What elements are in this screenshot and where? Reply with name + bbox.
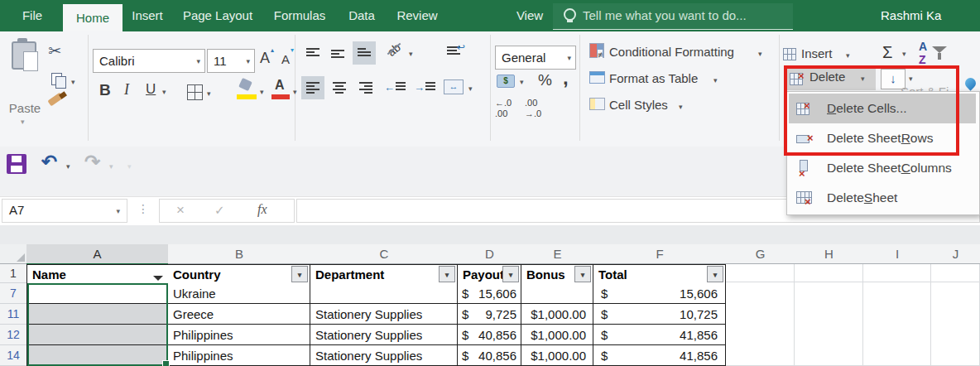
cell-a14-selected[interactable]	[26, 345, 169, 366]
cell-j1[interactable]	[931, 264, 980, 282]
cell-e14[interactable]: $1,000.00	[521, 345, 593, 366]
font-size-caret[interactable]: ▾	[246, 57, 250, 65]
selection-fill-handle[interactable]	[162, 360, 170, 366]
row-header-1[interactable]: 1	[0, 264, 27, 283]
shrink-font-button[interactable]: A	[281, 52, 290, 66]
paste-button[interactable]: Paste	[7, 101, 43, 115]
cell-a12-selected[interactable]	[26, 325, 169, 345]
cell-i12[interactable]	[863, 324, 931, 345]
undo-caret[interactable]: ▾	[66, 162, 70, 171]
country-filter-button[interactable]: ▾	[291, 266, 308, 282]
top-align-button[interactable]	[306, 46, 319, 56]
accounting-format-caret[interactable]: ▾	[520, 78, 524, 86]
cell-d11[interactable]: $ 9,725	[458, 304, 521, 325]
align-center-button[interactable]	[333, 80, 346, 94]
cell-f7[interactable]: $ 15,606	[593, 283, 726, 304]
cell-i11[interactable]	[863, 303, 931, 325]
name-box[interactable]: A7 ▾	[2, 199, 127, 223]
cell-c14[interactable]: Stationery Supplies	[310, 345, 458, 366]
name-box-caret[interactable]: ▾	[116, 207, 120, 215]
conditional-formatting-button[interactable]: Conditional Formatting	[609, 45, 734, 59]
cell-h1[interactable]	[795, 264, 863, 282]
redo-button-disabled[interactable]: ↷	[84, 151, 100, 173]
cell-h11[interactable]	[795, 303, 863, 325]
bold-button[interactable]: B	[99, 81, 111, 99]
column-header-c[interactable]: C	[310, 244, 459, 264]
increase-indent-icon[interactable]: →	[414, 81, 425, 94]
underline-caret[interactable]: ▾	[162, 88, 166, 96]
column-header-e[interactable]: E	[521, 244, 594, 264]
cell-e7[interactable]	[521, 283, 593, 304]
column-header-j[interactable]: J	[931, 244, 980, 264]
cell-h14[interactable]	[795, 344, 863, 366]
comma-style-button[interactable]: ,	[563, 66, 569, 89]
cell-i7[interactable]	[863, 282, 931, 304]
format-as-table-caret[interactable]: ▾	[713, 76, 718, 84]
department-filter-button[interactable]: ▾	[439, 266, 455, 282]
autosum-caret[interactable]: ▾	[902, 50, 906, 58]
row-header-7[interactable]: 7	[0, 283, 27, 304]
cell-c12[interactable]: Stationery Supplies	[310, 325, 458, 345]
tell-me-placeholder[interactable]: Tell me what you want to do...	[583, 0, 747, 31]
cell-j12[interactable]	[931, 324, 980, 345]
fill-color-caret[interactable]: ▾	[260, 88, 264, 96]
total-filter-button[interactable]: ▾	[707, 266, 723, 282]
cell-styles-button[interactable]: Cell Styles	[609, 98, 668, 112]
cell-d1-payout-header[interactable]: Payout ▾	[458, 264, 521, 284]
cell-d14[interactable]: $ 40,856	[458, 345, 521, 366]
middle-align-button[interactable]	[331, 48, 344, 58]
undo-button[interactable]: ↶	[41, 151, 57, 173]
cell-g1[interactable]	[726, 264, 795, 282]
font-color-caret[interactable]: ▾	[293, 88, 297, 96]
payout-filter-button[interactable]: ▾	[502, 266, 519, 282]
tab-home[interactable]: Home	[63, 4, 122, 31]
select-all-corner[interactable]	[0, 244, 27, 264]
cell-f11[interactable]: $ 10,725	[593, 304, 726, 325]
cancel-button[interactable]: ×	[176, 202, 185, 219]
cut-icon[interactable]: ✂	[48, 41, 61, 60]
column-header-f[interactable]: F	[593, 244, 727, 264]
percent-style-button[interactable]: %	[538, 71, 552, 89]
paste-dropdown-caret[interactable]: ▾	[21, 118, 25, 126]
insert-button[interactable]: Insert	[801, 46, 833, 60]
cell-a11-selected[interactable]	[26, 304, 169, 325]
decrease-indent-icon[interactable]: ←	[384, 81, 395, 94]
copy-dropdown-caret[interactable]: ▾	[71, 78, 75, 86]
sort-filter-funnel-icon[interactable]	[932, 46, 947, 60]
accounting-format-icon[interactable]: $	[497, 75, 515, 88]
cell-b1-country-header[interactable]: Country ▾	[168, 264, 310, 284]
conditional-formatting-caret[interactable]: ▾	[758, 50, 762, 58]
cell-j7[interactable]	[931, 282, 980, 304]
tab-data[interactable]: Data	[343, 0, 381, 31]
row-header-12[interactable]: 12	[0, 325, 27, 345]
cell-g7[interactable]	[726, 282, 795, 304]
cell-b11[interactable]: Greece	[168, 304, 310, 325]
tab-view[interactable]: View	[507, 0, 553, 31]
autosum-button[interactable]: Σ	[882, 43, 892, 62]
column-header-i[interactable]: I	[863, 244, 932, 264]
format-as-table-button[interactable]: Format as Table	[609, 71, 698, 85]
borders-caret[interactable]: ▾	[207, 89, 211, 98]
tab-formulas[interactable]: Formulas	[270, 0, 329, 31]
increase-decimal-button[interactable]: ←.0 .00	[495, 98, 512, 119]
enter-button[interactable]: ✓	[214, 203, 225, 218]
cell-i1[interactable]	[863, 264, 931, 282]
cell-j14[interactable]	[931, 344, 980, 366]
font-name-caret[interactable]: ▾	[196, 57, 200, 65]
underline-button[interactable]: U	[146, 81, 156, 98]
cell-styles-caret[interactable]: ▾	[679, 103, 683, 111]
number-format-caret[interactable]: ▾	[567, 54, 571, 62]
merge-center-caret[interactable]: ▾	[468, 84, 473, 93]
cell-b14[interactable]: Philippines	[168, 345, 310, 366]
italic-button[interactable]: I	[124, 81, 129, 99]
insert-function-button[interactable]: fx	[257, 202, 267, 217]
decrease-decimal-button[interactable]: .00 →.0	[525, 98, 541, 119]
cell-a1-name-header[interactable]: Name	[26, 264, 169, 284]
cell-d7[interactable]: $ 15,606	[458, 283, 521, 304]
cell-g12[interactable]	[726, 324, 795, 345]
cell-b7[interactable]: Ukraine	[168, 283, 310, 304]
tab-review[interactable]: Review	[391, 0, 444, 31]
user-name[interactable]: Rashmi Ka	[881, 0, 980, 31]
column-header-d[interactable]: D	[458, 244, 522, 264]
tab-page-layout[interactable]: Page Layout	[179, 0, 257, 31]
